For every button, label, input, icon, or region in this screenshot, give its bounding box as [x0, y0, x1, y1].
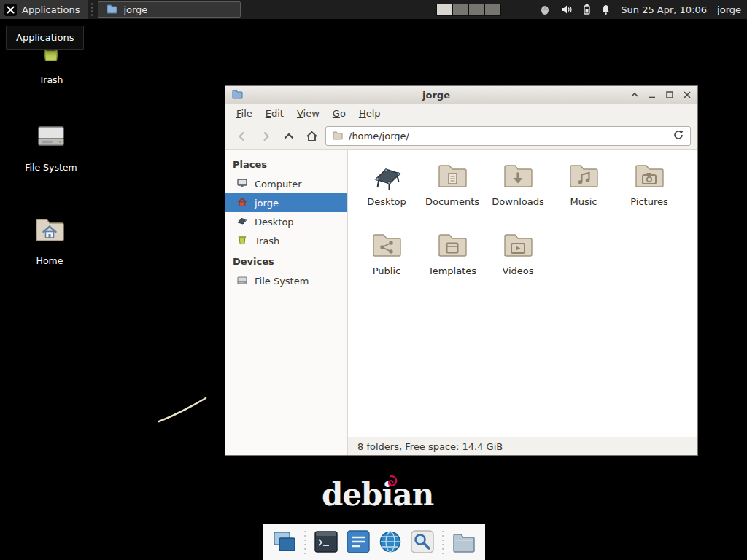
documents-folder-icon: [435, 158, 470, 192]
home-icon: [305, 130, 319, 143]
home-button[interactable]: [302, 126, 322, 146]
mouse-tray-icon[interactable]: [539, 4, 551, 15]
forward-button[interactable]: [255, 126, 275, 146]
debian-logo-text: debian: [322, 477, 433, 513]
windows-icon: [271, 529, 298, 555]
workspace-2[interactable]: [453, 4, 468, 15]
up-button[interactable]: [279, 126, 298, 146]
back-button[interactable]: [232, 126, 252, 146]
wallpaper-swoosh: [153, 392, 214, 427]
minimize-button[interactable]: [647, 90, 657, 100]
menu-view[interactable]: View: [290, 106, 326, 121]
sidebar-header-devices: Devices: [225, 250, 347, 271]
dock-launcher-editor[interactable]: [345, 529, 371, 555]
globe-icon: [377, 529, 403, 555]
desktop-icon-label: File System: [25, 162, 77, 173]
xfce-logo-icon: [4, 4, 17, 16]
sidebar-item-computer[interactable]: Computer: [225, 174, 347, 193]
menu-file[interactable]: File: [230, 106, 259, 121]
sidebar-item-file-system[interactable]: File System: [225, 271, 347, 290]
sidebar-item-trash[interactable]: Trash: [225, 231, 347, 250]
text-lines-icon: [345, 529, 371, 555]
home-icon: [236, 196, 248, 210]
file-manager-window: jorge File Edit View Go Help: [225, 85, 698, 456]
desktop-icon-home[interactable]: Home: [9, 211, 90, 266]
icon-view: Desktop Documents: [348, 150, 697, 437]
sidebar: Places Computer jorge: [225, 150, 348, 455]
sidebar-item-desktop[interactable]: Desktop: [225, 212, 347, 231]
shade-button[interactable]: [630, 90, 639, 100]
chevron-right-icon: [259, 130, 272, 143]
menu-go[interactable]: Go: [326, 106, 352, 121]
window-controls: [630, 90, 692, 100]
folder-icon: [451, 529, 477, 555]
panel-user-menu[interactable]: jorge: [717, 4, 741, 15]
window-folder-icon: [106, 3, 117, 17]
bottom-dock: [263, 524, 485, 560]
drive-icon: [236, 274, 248, 288]
sidebar-header-places: Places: [225, 153, 347, 174]
location-bar[interactable]: /home/jorge/: [325, 126, 691, 146]
file-item-music[interactable]: Music: [551, 158, 616, 227]
music-folder-icon: [566, 158, 601, 192]
statusbar: 8 folders, Free space: 14.4 GiB: [348, 437, 697, 455]
dock-drag-handle[interactable]: [303, 529, 307, 554]
titlebar[interactable]: jorge: [225, 86, 697, 104]
computer-icon: [236, 177, 248, 191]
applications-menu-button[interactable]: Applications: [0, 0, 88, 19]
home-folder-icon: [32, 211, 67, 249]
menu-edit[interactable]: Edit: [259, 106, 290, 121]
taskbar-window-button[interactable]: jorge: [98, 1, 241, 18]
sidebar-item-jorge[interactable]: jorge: [225, 193, 347, 212]
desktop: Applications jorge: [0, 0, 747, 560]
terminal-icon: [313, 529, 339, 555]
applications-tooltip: Applications: [6, 26, 84, 50]
window-body: Places Computer jorge: [225, 150, 697, 455]
magnifier-icon: [409, 529, 436, 555]
applications-menu-label: Applications: [22, 4, 80, 15]
file-item-public[interactable]: Public: [354, 227, 419, 296]
desktop-icon-file-system[interactable]: File System: [10, 118, 92, 173]
battery-icon[interactable]: [582, 4, 591, 15]
workspace-3[interactable]: [469, 4, 484, 15]
file-item-pictures[interactable]: Pictures: [616, 158, 682, 227]
status-text: 8 folders, Free space: 14.4 GiB: [357, 441, 503, 452]
file-item-documents[interactable]: Documents: [419, 158, 485, 227]
desktop-icon: [236, 215, 248, 229]
reload-icon[interactable]: [673, 129, 684, 143]
notifications-bell-icon[interactable]: [600, 4, 611, 15]
dock-launcher-app-finder[interactable]: [409, 529, 436, 555]
volume-icon[interactable]: [560, 4, 573, 15]
panel-drag-handle[interactable]: [90, 2, 94, 17]
pictures-folder-icon: [632, 158, 667, 192]
downloads-folder-icon: [500, 158, 535, 192]
dock-launcher-web-browser[interactable]: [377, 529, 403, 555]
dock-launcher-file-manager[interactable]: [451, 529, 477, 555]
folder-icon: [332, 130, 343, 143]
menu-help[interactable]: Help: [352, 106, 387, 121]
panel-clock[interactable]: Sun 25 Apr, 10:06: [621, 4, 707, 15]
debian-swirl-icon: [382, 475, 398, 489]
maximize-button[interactable]: [665, 90, 674, 100]
file-item-downloads[interactable]: Downloads: [485, 158, 551, 227]
dock-drag-handle[interactable]: [441, 529, 445, 554]
trash-icon: [236, 234, 248, 248]
close-button[interactable]: [682, 90, 692, 100]
dock-launcher-terminal[interactable]: [313, 529, 339, 555]
dock-launcher-windows[interactable]: [271, 529, 298, 555]
file-item-templates[interactable]: Templates: [419, 227, 485, 296]
workspace-4[interactable]: [485, 4, 500, 15]
top-panel: Applications jorge: [0, 0, 747, 19]
workspace-1[interactable]: [437, 4, 452, 15]
file-item-videos[interactable]: Videos: [485, 227, 551, 296]
toolbar: /home/jorge/: [225, 122, 697, 150]
location-path[interactable]: /home/jorge/: [349, 131, 667, 141]
window-title: jorge: [247, 90, 625, 101]
file-item-desktop[interactable]: Desktop: [354, 158, 419, 227]
videos-folder-icon: [500, 227, 535, 262]
window-folder-icon: [231, 88, 243, 102]
debian-logo: debian: [322, 480, 433, 510]
desktop-icon-label: Home: [36, 255, 63, 266]
public-folder-icon: [369, 227, 404, 262]
system-tray: [539, 4, 611, 15]
